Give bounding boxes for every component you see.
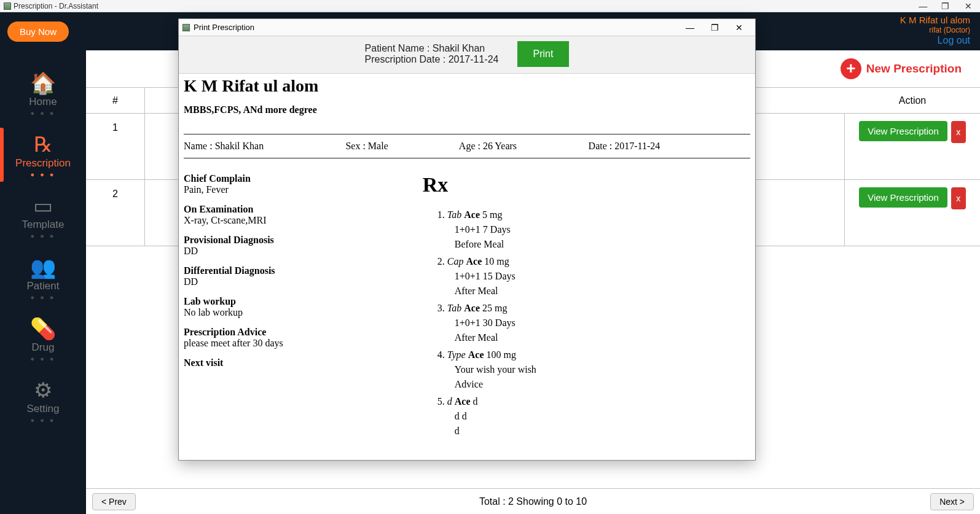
view-prescription-button[interactable]: View Prescription [859,121,947,141]
gear-icon: ⚙ [0,380,86,400]
info-age: Age : 26 Years [459,141,589,152]
window-close-button[interactable]: ✕ [960,1,976,11]
prescription-date-label: Prescription Date : 2017-11-24 [365,54,499,65]
print-button[interactable]: Print [517,41,570,67]
info-sex: Sex : Male [345,141,458,152]
sidebar-item-setting[interactable]: ⚙ Setting ● ● ● [0,370,86,431]
pagination-bar: < Prev Total : 2 Showing 0 to 10 Next > [86,488,980,514]
doctor-name: K M Rifat ul alom [184,76,750,96]
differential-diagnosis-value: DD [184,276,410,287]
outer-titlebar: Prescription - Dr.Assistant — ❐ ✕ [0,0,980,12]
info-name: Name : Shakil Khan [184,141,345,152]
buy-now-button[interactable]: Buy Now [7,21,69,42]
print-prescription-dialog: Print Prescription — ❐ ✕ Patient Name : … [178,18,756,461]
on-examination-title: On Examination [184,204,410,215]
rx-symbol: Rx [423,173,750,197]
chief-complain-value: Pain, Fever [184,184,410,195]
window-title: Prescription - Dr.Assistant [14,2,98,10]
dialog-title: Print Prescription [194,23,254,32]
patient-name-label: Patient Name : Shakil Khan [365,43,499,54]
medication-item: Tab Ace 5 mg 1+0+1 7 Days Before Meal [447,208,750,252]
user-name: K M Rifat ul alom [900,15,970,26]
prescription-advice-title: Prescription Advice [184,327,410,338]
sidebar-item-patient[interactable]: 👥 Patient ● ● ● [0,247,86,308]
prescription-advice-value: please meet after 30 days [184,338,410,349]
patient-info-row: Name : Shakil Khan Sex : Male Age : 26 Y… [184,134,750,158]
chief-complain-title: Chief Complain [184,173,410,184]
home-icon: 🏠 [0,72,86,93]
new-prescription-label: New Prescription [866,62,962,76]
info-date: Date : 2017-11-24 [589,141,750,152]
template-icon: ▭ [0,195,86,216]
dialog-close-button[interactable]: ✕ [727,23,751,33]
sidebar-item-label: Template [0,219,86,231]
row-index: 1 [86,114,145,179]
differential-diagnosis-title: Differential Diagnosis [184,265,410,276]
prescription-icon: ℞ [0,134,86,155]
lab-workup-value: No lab workup [184,307,410,318]
prev-page-button[interactable]: < Prev [92,493,136,510]
dialog-titlebar: Print Prescription — ❐ ✕ [179,19,755,36]
window-maximize-button[interactable]: ❐ [938,1,954,11]
medication-item: Tab Ace 25 mg 1+0+1 30 Days After Meal [447,301,750,345]
sidebar-item-template[interactable]: ▭ Template ● ● ● [0,185,86,247]
sidebar-item-prescription[interactable]: ℞ Prescription ● ● ● [0,124,86,185]
col-index-header: # [86,88,145,113]
provisional-diagnosis-title: Provisional Diagnosis [184,235,410,246]
sidebar: 🏠 Home ● ● ● ℞ Prescription ● ● ● ▭ Temp… [0,50,86,514]
sidebar-item-label: Prescription [0,157,86,169]
window-minimize-button[interactable]: — [915,1,931,11]
delete-prescription-button[interactable]: x [951,121,966,143]
medication-list: Tab Ace 5 mg 1+0+1 7 Days Before Meal Ca… [447,208,750,438]
clinical-notes: Chief Complain Pain, Fever On Examinatio… [184,173,410,441]
next-visit-title: Next visit [184,357,410,368]
medication-item: Type Ace 100 mg Your wish your wish Advi… [447,348,750,392]
lab-workup-title: Lab workup [184,296,410,307]
provisional-diagnosis-value: DD [184,246,410,257]
drug-icon: 💊 [0,318,86,339]
sidebar-item-label: Drug [0,341,86,354]
next-page-button[interactable]: Next > [930,493,974,510]
dialog-app-icon [182,24,190,31]
user-role: rifat (Doctor) [900,26,970,34]
logout-link[interactable]: Log out [900,34,970,46]
plus-icon: + [841,58,861,79]
sidebar-item-label: Home [0,96,86,108]
row-index: 2 [86,180,145,246]
dialog-maximize-button[interactable]: ❐ [702,23,727,33]
sidebar-item-drug[interactable]: 💊 Drug ● ● ● [0,308,86,370]
dialog-header: Patient Name : Shakil Khan Prescription … [179,36,755,74]
dialog-minimize-button[interactable]: — [678,23,702,33]
patient-icon: 👥 [0,257,86,278]
delete-prescription-button[interactable]: x [951,187,966,209]
app-icon [4,2,11,10]
prescription-preview: K M Rifat ul alom MBBS,FCPS, ANd more de… [179,74,755,460]
sidebar-item-home[interactable]: 🏠 Home ● ● ● [0,63,86,124]
view-prescription-button[interactable]: View Prescription [859,187,947,208]
new-prescription-button[interactable]: + New Prescription [841,58,962,79]
doctor-degree: MBBS,FCPS, ANd more degree [184,104,750,115]
user-block: K M Rifat ul alom rifat (Doctor) Log out [900,15,970,47]
medication-item: Cap Ace 10 mg 1+0+1 15 Days After Meal [447,254,750,298]
pagination-summary: Total : 2 Showing 0 to 10 [479,496,587,507]
medication-item: d Ace d d d d [447,394,750,438]
on-examination-value: X-ray, Ct-scane,MRI [184,215,410,226]
rx-section: Rx Tab Ace 5 mg 1+0+1 7 Days Before Meal… [423,173,750,441]
col-action-header: Action [845,95,980,106]
sidebar-item-label: Setting [0,403,86,415]
sidebar-item-label: Patient [0,280,86,292]
